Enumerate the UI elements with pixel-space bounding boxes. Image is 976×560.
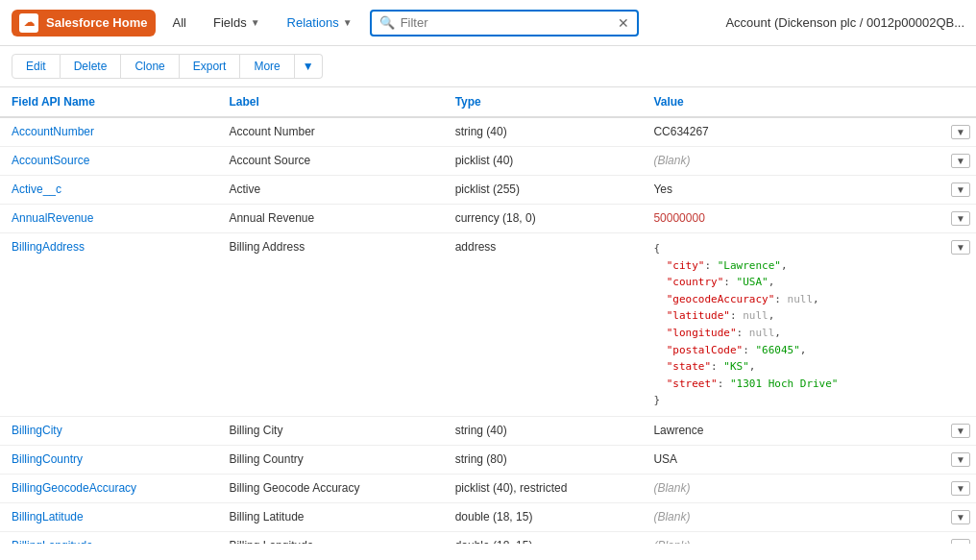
cell-label: Annual Revenue	[217, 205, 443, 233]
table-header-row: Field API Name Label Type Value	[0, 87, 976, 117]
cell-dropdown: ▼	[947, 117, 976, 147]
cell-value: { "city": "Lawrence", "country": "USA", …	[642, 233, 947, 417]
table-row: AccountNumberAccount Numberstring (40)CC…	[0, 117, 976, 147]
table-row: Active__cActivepicklist (255)Yes▼	[0, 176, 976, 205]
cell-dropdown: ▼	[947, 531, 976, 544]
clone-button[interactable]: Clone	[121, 54, 179, 79]
more-dropdown-button[interactable]: ▼	[295, 54, 323, 79]
cell-api-name: BillingAddress	[0, 233, 217, 417]
cell-type: string (40)	[444, 117, 643, 147]
cell-value: Lawrence	[642, 416, 947, 445]
top-nav: ☁ Salesforce Home All Fields ▼ Relations…	[0, 0, 976, 46]
cell-value[interactable]: 50000000	[642, 205, 947, 233]
table-row: BillingLatitudeBilling Latitudedouble (1…	[0, 502, 976, 531]
search-input[interactable]	[401, 15, 612, 30]
cell-value: Yes	[642, 176, 947, 205]
table-row: BillingCountryBilling Countrystring (80)…	[0, 445, 976, 474]
cell-api-name: BillingLongitude	[0, 531, 217, 544]
cell-api-name: BillingGeocodeAccuracy	[0, 474, 217, 502]
cell-type: double (18, 15)	[444, 502, 643, 531]
cell-dropdown: ▼	[947, 147, 976, 176]
cell-label: Active	[217, 176, 443, 205]
search-box: 🔍 ✕	[370, 10, 639, 37]
cell-api-name: AnnualRevenue	[0, 205, 217, 233]
row-dropdown-button[interactable]: ▼	[951, 240, 970, 255]
cell-label: Account Source	[217, 147, 443, 176]
cell-api-name: AccountNumber	[0, 117, 217, 147]
row-dropdown-button[interactable]: ▼	[951, 424, 970, 438]
cell-value: CC634267	[642, 117, 947, 147]
relations-chevron-icon: ▼	[343, 17, 353, 28]
cell-type: double (18, 15)	[444, 531, 643, 544]
cell-value: (Blank)	[642, 147, 947, 176]
action-bar: Edit Delete Clone Export More ▼	[0, 46, 976, 87]
app-name: Salesforce Home	[46, 15, 148, 30]
nav-relations-button[interactable]: Relations ▼	[278, 10, 362, 36]
cell-type: picklist (255)	[444, 176, 643, 205]
table-container: Field API Name Label Type Value AccountN…	[0, 87, 976, 544]
cell-value: (Blank)	[642, 474, 947, 502]
cell-label: Billing Latitude	[217, 502, 443, 531]
nav-fields-label: Fields	[213, 15, 247, 30]
nav-all-button[interactable]: All	[163, 10, 196, 36]
nav-fields-button[interactable]: Fields ▼	[204, 10, 270, 36]
nav-all-label: All	[173, 15, 186, 30]
table-row: AccountSourceAccount Sourcepicklist (40)…	[0, 147, 976, 176]
account-title: Account (Dickenson plc / 0012p00002QB...	[725, 15, 964, 30]
row-dropdown-button[interactable]: ▼	[951, 211, 970, 226]
cell-label: Billing Longitude	[217, 531, 443, 544]
row-dropdown-button[interactable]: ▼	[951, 183, 970, 197]
cell-value: (Blank)	[642, 531, 947, 544]
export-button[interactable]: Export	[180, 54, 241, 79]
edit-button[interactable]: Edit	[12, 54, 61, 79]
cell-label: Account Number	[217, 117, 443, 147]
cell-type: string (80)	[444, 445, 643, 474]
cell-dropdown: ▼	[947, 176, 976, 205]
table-row: BillingLongitudeBilling Longitudedouble …	[0, 531, 976, 544]
cell-dropdown: ▼	[947, 502, 976, 531]
row-dropdown-button[interactable]: ▼	[951, 154, 970, 168]
app-logo-icon: ☁	[19, 13, 38, 33]
cell-value: USA	[642, 445, 947, 474]
row-dropdown-button[interactable]: ▼	[951, 539, 970, 544]
cell-dropdown: ▼	[947, 416, 976, 445]
cell-label: Billing Geocode Accuracy	[217, 474, 443, 502]
app-logo[interactable]: ☁ Salesforce Home	[12, 10, 156, 37]
more-dropdown-icon: ▼	[303, 60, 314, 73]
cell-type: picklist (40), restricted	[444, 474, 643, 502]
col-header-type[interactable]: Type	[444, 87, 643, 117]
row-dropdown-button[interactable]: ▼	[951, 125, 970, 139]
cell-type: currency (18, 0)	[444, 205, 643, 233]
cell-label: Billing Address	[217, 233, 443, 417]
cell-label: Billing Country	[217, 445, 443, 474]
cell-dropdown: ▼	[947, 445, 976, 474]
col-header-api-name[interactable]: Field API Name	[0, 87, 217, 117]
cell-api-name: AccountSource	[0, 147, 217, 176]
nav-relations-label: Relations	[287, 15, 339, 30]
cell-api-name: Active__c	[0, 176, 217, 205]
cell-type: address	[444, 233, 643, 417]
table-row: BillingAddressBilling Addressaddress{ "c…	[0, 233, 976, 417]
clear-search-button[interactable]: ✕	[618, 15, 629, 31]
table-row: AnnualRevenueAnnual Revenuecurrency (18,…	[0, 205, 976, 233]
cell-api-name: BillingCountry	[0, 445, 217, 474]
row-dropdown-button[interactable]: ▼	[951, 452, 970, 467]
fields-table: Field API Name Label Type Value AccountN…	[0, 87, 976, 544]
more-button[interactable]: More	[240, 54, 294, 79]
col-header-action	[947, 87, 976, 117]
search-icon: 🔍	[379, 15, 395, 30]
table-row: BillingCityBilling Citystring (40)Lawren…	[0, 416, 976, 445]
cell-dropdown: ▼	[947, 474, 976, 502]
cell-dropdown: ▼	[947, 205, 976, 233]
row-dropdown-button[interactable]: ▼	[951, 481, 970, 496]
fields-chevron-icon: ▼	[251, 17, 260, 28]
cell-value: (Blank)	[642, 502, 947, 531]
cell-api-name: BillingLatitude	[0, 502, 217, 531]
delete-button[interactable]: Delete	[61, 54, 122, 79]
cell-type: string (40)	[444, 416, 643, 445]
col-header-value[interactable]: Value	[642, 87, 947, 117]
col-header-label[interactable]: Label	[217, 87, 443, 117]
cell-dropdown: ▼	[947, 233, 976, 417]
row-dropdown-button[interactable]: ▼	[951, 510, 970, 524]
cell-api-name: BillingCity	[0, 416, 217, 445]
